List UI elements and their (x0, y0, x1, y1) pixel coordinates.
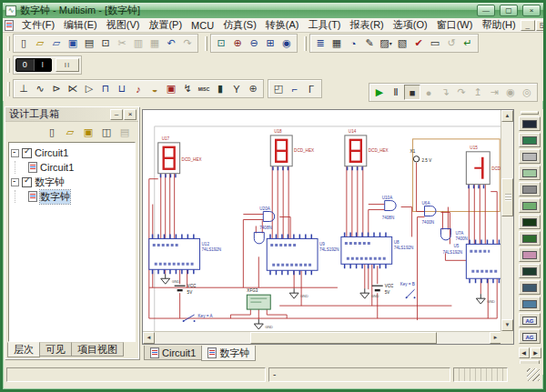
menu-file[interactable]: 文件(F) (17, 17, 59, 33)
new-design-icon[interactable]: ▯ (44, 125, 60, 140)
bode-plotter-icon[interactable] (519, 198, 541, 213)
horizontal-sc rollbar[interactable]: ◄ ► (143, 331, 501, 344)
menu-simulate[interactable]: 仿真(S) (218, 17, 261, 33)
back-annotate-icon[interactable]: ↵ (460, 35, 476, 51)
scroll-down-button[interactable]: ▼ (501, 319, 513, 331)
checkbox-icon[interactable] (22, 177, 32, 187)
maximize-button[interactable]: ▢ (500, 5, 518, 16)
tree-item-digital-clock-sheet[interactable]: 数字钟 (11, 189, 133, 204)
remove-breakpoint-icon[interactable]: ◎ (519, 85, 535, 100)
toolbar-grip[interactable] (7, 82, 10, 96)
paste-icon[interactable]: ▦ (147, 35, 163, 51)
voltage-probe[interactable]: X1 2.5 V (410, 149, 433, 163)
run-to-cursor-icon[interactable]: ⇥ (486, 85, 502, 100)
transfer-icon[interactable]: ↺ (443, 35, 460, 51)
horizontal-scroll-thumb[interactable] (250, 332, 437, 344)
mcu-module-icon[interactable]: ◰ (270, 81, 287, 96)
word-generator-icon[interactable] (519, 231, 541, 246)
doc-tab-digital-clock[interactable]: 数字钟 (201, 346, 256, 361)
electromechanical-icon[interactable]: ⊕ (245, 81, 261, 96)
mixed-icon[interactable]: ◒ (147, 81, 163, 96)
nand-gate[interactable] (254, 232, 264, 243)
zoom-fit-icon[interactable]: ⊞ (262, 35, 278, 51)
seven-segment-display[interactable]: U14 DCD_HEX (345, 129, 389, 168)
zoom-out-icon[interactable]: ⊖ (246, 35, 262, 51)
ground-symbol[interactable] (161, 274, 486, 329)
zoom-full-icon[interactable]: ◉ (278, 35, 295, 51)
print-design-icon[interactable]: ▤ (116, 125, 133, 140)
vcc-source[interactable]: VCC 5V (175, 284, 197, 295)
tree-item-circuit1-root[interactable]: Circuit1 (11, 146, 133, 160)
vertical-scrollbar[interactable]: ▲ ▼ (500, 110, 513, 331)
doc-tab-circuit1[interactable]: Circuit1 (144, 346, 202, 360)
spreadsheet-view-icon[interactable]: ▦ (329, 35, 345, 51)
open-samples-icon[interactable]: ▱ (48, 35, 65, 51)
toolbar-handle[interactable] (521, 111, 539, 115)
menu-transfer[interactable]: 转换(A) (261, 17, 304, 33)
collapse-icon[interactable] (11, 149, 19, 157)
erc-icon[interactable]: ✔ (410, 35, 427, 51)
rf-icon[interactable]: Y (228, 81, 245, 96)
minimize-button[interactable]: — (477, 5, 495, 16)
counter-ic[interactable]: U9 74LS192N (267, 236, 339, 273)
agilent-function-generator-icon[interactable]: AG (519, 313, 541, 327)
pause-switch-button[interactable]: II (56, 58, 79, 72)
misc-icon[interactable]: MISC (196, 81, 212, 96)
checkbox-icon[interactable] (22, 148, 32, 158)
counter-ic[interactable]: U5 74LS192N (442, 242, 501, 281)
print-preview-icon[interactable]: ⊡ (97, 35, 114, 51)
and-gate[interactable]: U10A 7408N (382, 196, 396, 220)
menu-reports[interactable]: 报表(R) (346, 17, 389, 33)
panel-close-button[interactable]: × (124, 109, 136, 120)
indicator-icon[interactable]: ▣ (163, 81, 179, 96)
scroll-up-button[interactable]: ▲ (501, 110, 513, 122)
instruments-scroll-right-button[interactable]: ▶ (531, 347, 541, 358)
logic-analyzer-icon[interactable] (519, 247, 541, 262)
toolbar-grip[interactable] (205, 36, 207, 51)
schematic-workspace[interactable]: U17 DCD_HEX U18 DCD_HEX U14 DCD_HEX (142, 109, 514, 345)
schematic-canvas[interactable]: U17 DCD_HEX U18 DCD_HEX U14 DCD_HEX (143, 110, 501, 331)
database-manager-icon[interactable]: ◔ (345, 35, 361, 51)
postprocessor-icon[interactable]: ▧ (394, 35, 410, 51)
design-toolbox-titlebar[interactable]: 设计工具箱 – × (5, 107, 138, 122)
child-window-icon[interactable] (5, 20, 14, 31)
power-icon[interactable]: ↯ (179, 81, 196, 96)
zoom-area-icon[interactable]: ⊡ (213, 35, 229, 51)
save-design-icon[interactable]: ▣ (80, 125, 96, 140)
diode-icon[interactable]: ⊳ (48, 81, 65, 96)
tab-visibility[interactable]: 可见 (39, 342, 72, 357)
open-design-icon[interactable]: ▱ (62, 125, 78, 140)
save-icon[interactable]: ▣ (65, 35, 81, 51)
scroll-left-button[interactable]: ◄ (143, 332, 155, 344)
misc-digital-icon[interactable]: ♪ (130, 81, 147, 96)
transistor-icon[interactable]: ⋉ (65, 81, 81, 96)
undo-icon[interactable]: ↶ (163, 35, 179, 51)
tree-item-circuit1-sheet[interactable]: Circuit1 (11, 160, 133, 175)
panel-minimize-button[interactable]: – (110, 109, 123, 120)
component-wizard-icon[interactable]: ✎ (361, 35, 378, 51)
seven-segment-display[interactable]: U17 DCD_HEX (158, 136, 202, 176)
record-icon[interactable]: ● (420, 85, 437, 100)
open-icon[interactable]: ▱ (32, 35, 48, 51)
run-stop-switch[interactable]: 0 I (15, 58, 52, 72)
tab-hierarchy[interactable]: 层次 (7, 342, 40, 357)
menu-window[interactable]: 窗口(W) (432, 17, 478, 33)
menu-help[interactable]: 帮助(H) (477, 17, 520, 33)
seven-segment-display[interactable]: U15 DCD_HEX (466, 146, 501, 186)
frequency-counter-icon[interactable] (519, 215, 541, 229)
menu-mcu[interactable]: MCU (187, 19, 218, 32)
multimeter-icon[interactable] (519, 116, 541, 131)
new-icon[interactable]: ▯ (15, 35, 32, 51)
function-generator-instance[interactable]: XFG3 (247, 288, 270, 309)
nand-gate[interactable]: U6A 7400N (422, 201, 436, 226)
cmos-icon[interactable]: ⊔ (114, 81, 130, 96)
child-minimize-button[interactable]: _ (521, 20, 535, 31)
toolbar-grip[interactable] (7, 58, 10, 73)
agilent-multimeter-icon[interactable]: AG (519, 329, 541, 344)
vertical-scroll-thumb[interactable] (501, 178, 513, 216)
stop-icon[interactable]: ■ (404, 85, 420, 100)
key-switch[interactable]: Key = B (400, 282, 416, 298)
step-into-icon[interactable]: ↴ (437, 85, 453, 100)
zoom-in-icon[interactable]: ⊕ (229, 35, 246, 51)
toolbar-grip[interactable] (304, 36, 307, 51)
